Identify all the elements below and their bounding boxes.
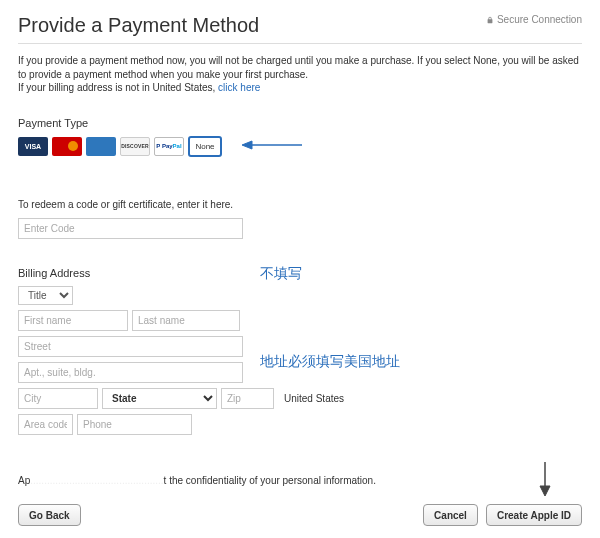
cancel-button[interactable]: Cancel: [423, 504, 478, 526]
first-name-input[interactable]: [18, 310, 128, 331]
annotation-dont-fill: 不填写: [260, 265, 302, 283]
mastercard-option[interactable]: [52, 137, 82, 156]
amex-card-option[interactable]: [86, 137, 116, 156]
arrow-down-annotation-icon: [538, 462, 552, 498]
create-apple-id-button[interactable]: Create Apple ID: [486, 504, 582, 526]
annotation-us-address: 地址必须填写美国地址: [260, 353, 400, 371]
last-name-input[interactable]: [132, 310, 240, 331]
change-country-link[interactable]: click here: [218, 82, 260, 93]
redeem-code-input[interactable]: [18, 218, 243, 239]
redeem-hint: To redeem a code or gift certificate, en…: [18, 199, 582, 210]
divider: [18, 43, 582, 44]
paypal-option[interactable]: P PayPal: [154, 137, 184, 156]
intro-text: If you provide a payment method now, you…: [18, 54, 582, 95]
payment-type-label: Payment Type: [18, 117, 582, 129]
privacy-footnote: Ap......................................…: [18, 475, 582, 486]
state-select[interactable]: State: [102, 388, 217, 409]
apt-input[interactable]: [18, 362, 243, 383]
phone-input[interactable]: [77, 414, 192, 435]
secure-connection-label: Secure Connection: [486, 14, 582, 25]
visa-card-option[interactable]: VISA: [18, 137, 48, 156]
go-back-button[interactable]: Go Back: [18, 504, 81, 526]
svg-marker-1: [242, 141, 252, 149]
page-title: Provide a Payment Method: [18, 14, 259, 37]
discover-card-option[interactable]: DISCOVER: [120, 137, 150, 156]
area-code-input[interactable]: [18, 414, 73, 435]
title-select[interactable]: Title: [18, 286, 73, 305]
arrow-annotation-icon: [242, 139, 302, 153]
svg-marker-3: [540, 486, 550, 496]
street-input[interactable]: [18, 336, 243, 357]
none-payment-option[interactable]: None: [188, 136, 222, 157]
country-label: United States: [284, 393, 344, 404]
zip-input[interactable]: [221, 388, 274, 409]
city-input[interactable]: [18, 388, 98, 409]
lock-icon: [486, 16, 494, 24]
